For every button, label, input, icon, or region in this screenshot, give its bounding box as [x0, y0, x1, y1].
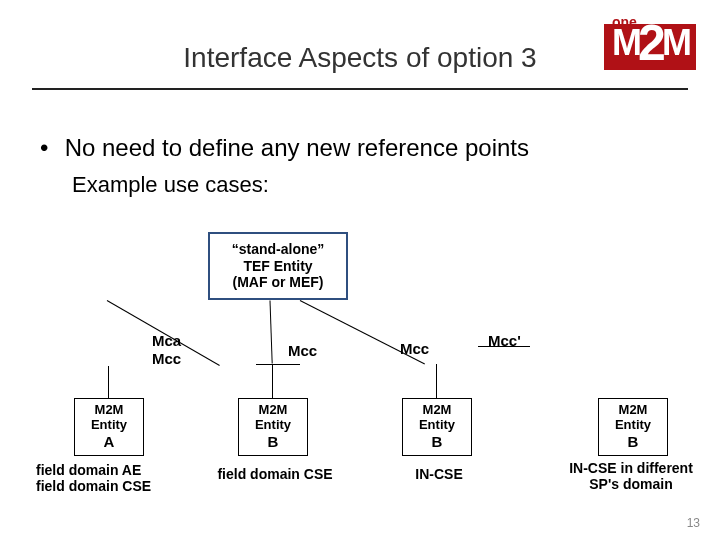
- entity-b2-l2: Entity: [419, 418, 455, 433]
- entity-b1-l2: Entity: [255, 418, 291, 433]
- slide-title: Interface Aspects of option 3: [0, 42, 720, 80]
- entity-a-l2: Entity: [91, 418, 127, 433]
- title-row: Interface Aspects of option 3: [0, 42, 720, 80]
- caption-a2: field domain CSE: [36, 478, 206, 494]
- caption-b3a: IN-CSE in different: [556, 460, 706, 476]
- entity-a-l1: M2M: [95, 403, 124, 418]
- entity-b3-box: M2M Entity B: [598, 398, 668, 456]
- line-mcc-h1: [256, 364, 300, 365]
- page-number: 13: [687, 516, 700, 530]
- label-mcc-prime: Mcc': [488, 332, 521, 349]
- tef-line3: (MAF or MEF): [233, 274, 324, 291]
- caption-b3b: SP's domain: [556, 476, 706, 492]
- entity-b3-l1: M2M: [619, 403, 648, 418]
- slide: one M 2 M Interface Aspects of option 3 …: [0, 0, 720, 540]
- title-underline: [32, 88, 688, 90]
- line-v-a: [108, 366, 109, 398]
- caption-b2: IN-CSE: [364, 466, 514, 482]
- line-tef-b1: [270, 300, 273, 363]
- caption-b1: field domain CSE: [200, 466, 350, 482]
- bullet-dot: •: [40, 134, 58, 162]
- line-v-b2: [436, 364, 437, 398]
- sub-bullet: Example use cases:: [72, 172, 269, 198]
- entity-b3-l2: Entity: [615, 418, 651, 433]
- label-mcc-mid1: Mcc: [288, 342, 317, 359]
- entity-b3-sfx: B: [628, 433, 639, 450]
- entity-a-sfx: A: [104, 433, 115, 450]
- bullet-text: No need to define any new reference poin…: [65, 134, 529, 161]
- entity-b1-l1: M2M: [259, 403, 288, 418]
- entity-a-box: M2M Entity A: [74, 398, 144, 456]
- entity-b2-l1: M2M: [423, 403, 452, 418]
- tef-line1: “stand-alone”: [232, 241, 325, 258]
- tef-entity-box: “stand-alone” TEF Entity (MAF or MEF): [208, 232, 348, 300]
- tef-line2: TEF Entity: [243, 258, 312, 275]
- caption-b3: IN-CSE in different SP's domain: [556, 460, 706, 492]
- bullet: • No need to define any new reference po…: [40, 134, 529, 162]
- entity-b2-box: M2M Entity B: [402, 398, 472, 456]
- entity-b1-sfx: B: [268, 433, 279, 450]
- caption-a: field domain AE field domain CSE: [36, 462, 206, 494]
- entity-b2-sfx: B: [432, 433, 443, 450]
- entity-b1-box: M2M Entity B: [238, 398, 308, 456]
- caption-a1: field domain AE: [36, 462, 206, 478]
- label-mcc-left: Mcc: [152, 350, 181, 367]
- label-mcc-mid2: Mcc: [400, 340, 429, 357]
- line-v-b1: [272, 364, 273, 398]
- label-mca: Mca: [152, 332, 181, 349]
